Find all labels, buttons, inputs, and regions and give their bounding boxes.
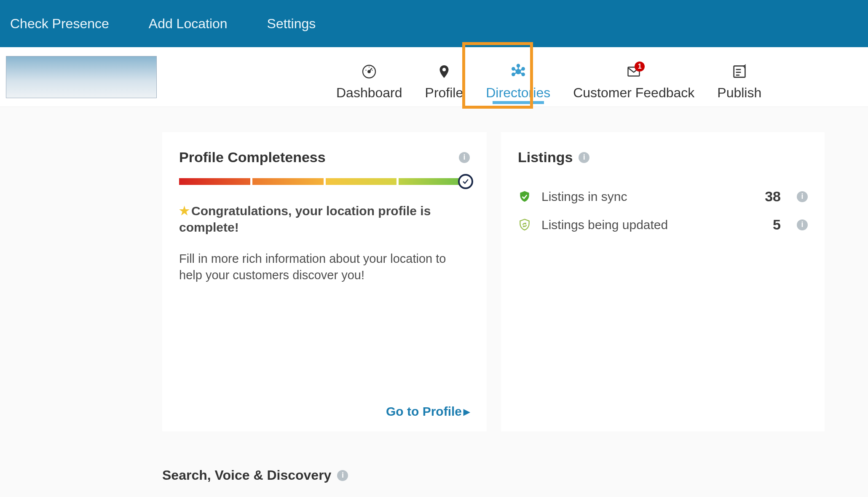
card-header: Listings i <box>518 149 808 166</box>
logo <box>6 56 157 98</box>
nav-row: Dashboard Profile Directories 1 Customer… <box>0 47 868 107</box>
tab-profile[interactable]: Profile <box>423 58 466 103</box>
topbar-link-check-presence[interactable]: Check Presence <box>10 16 109 32</box>
listings-card: Listings i Listings in sync 38 i Listing… <box>501 132 825 431</box>
row-value: 5 <box>773 216 781 233</box>
tab-directories[interactable]: Directories <box>483 58 553 103</box>
go-to-profile-link[interactable]: Go to Profile▸ <box>386 404 470 418</box>
chevron-right-icon: ▸ <box>463 404 470 418</box>
card-footer: Go to Profile▸ <box>179 404 470 419</box>
listings-row-updating: Listings being updated 5 i <box>518 211 808 239</box>
info-icon[interactable]: i <box>459 152 470 163</box>
tab-label: Dashboard <box>336 85 402 101</box>
info-icon[interactable]: i <box>797 219 808 230</box>
progress-seg <box>326 178 397 185</box>
row-label: Listings being updated <box>541 218 763 232</box>
notification-badge: 1 <box>635 61 645 72</box>
row-label: Listings in sync <box>541 190 755 204</box>
info-icon[interactable]: i <box>579 152 589 163</box>
progress-bar <box>179 178 470 186</box>
card-title: Profile Completeness <box>179 149 326 166</box>
tab-label: Directories <box>486 85 550 101</box>
progress-seg <box>252 178 324 185</box>
tab-label: Customer Feedback <box>573 85 694 101</box>
topbar: Check Presence Add Location Settings <box>0 0 868 47</box>
network-icon <box>509 62 528 81</box>
row-value: 38 <box>765 188 781 205</box>
main-content: Profile Completeness i ★Congratulations,… <box>0 107 868 431</box>
cta-label: Go to Profile <box>386 404 462 418</box>
envelope-icon: 1 <box>624 62 643 81</box>
shield-check-icon <box>518 190 531 203</box>
tab-publish[interactable]: Publish <box>715 58 764 103</box>
card-title: Listings <box>518 149 573 166</box>
tab-underline <box>493 101 544 104</box>
gauge-icon <box>360 62 378 81</box>
tab-label: Profile <box>425 85 463 101</box>
progress-seg <box>179 178 250 185</box>
tab-customer-feedback[interactable]: 1 Customer Feedback <box>571 58 697 103</box>
shield-refresh-icon <box>518 218 531 232</box>
publish-icon <box>730 62 749 81</box>
progress-segments <box>179 178 470 185</box>
congrats-text: Congratulations, your location profile i… <box>179 204 431 234</box>
star-icon: ★ <box>179 204 190 217</box>
profile-description: Fill in more rich information about your… <box>179 251 470 283</box>
topbar-link-settings[interactable]: Settings <box>267 16 316 32</box>
tabs: Dashboard Profile Directories 1 Customer… <box>334 47 764 107</box>
profile-completeness-card: Profile Completeness i ★Congratulations,… <box>162 132 487 431</box>
tab-label: Publish <box>717 85 761 101</box>
tab-dashboard[interactable]: Dashboard <box>334 58 405 103</box>
section-title: Search, Voice & Discovery <box>162 468 331 483</box>
topbar-link-add-location[interactable]: Add Location <box>149 16 228 32</box>
section-heading-search-voice-discovery: Search, Voice & Discovery i <box>0 431 868 483</box>
congrats-message: ★Congratulations, your location profile … <box>179 203 470 235</box>
info-icon[interactable]: i <box>337 470 348 481</box>
listings-row-in-sync: Listings in sync 38 i <box>518 182 808 211</box>
map-pin-icon <box>435 62 453 81</box>
info-icon[interactable]: i <box>797 191 808 202</box>
card-header: Profile Completeness i <box>179 149 470 166</box>
progress-complete-icon <box>458 174 473 189</box>
svg-point-6 <box>442 68 446 72</box>
